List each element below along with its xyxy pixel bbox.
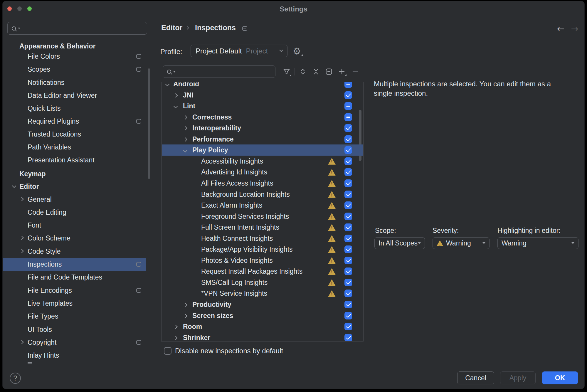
sidebar-item-required-plugins[interactable]: Required Plugins — [3, 115, 146, 128]
tree-row-exact-alarm-insights[interactable]: Exact Alarm Insights — [162, 200, 364, 211]
inspections-search-input[interactable] — [163, 65, 275, 78]
highlighting-dropdown[interactable]: Warning — [497, 237, 578, 249]
chevron-right-icon[interactable] — [20, 197, 24, 201]
expand-all-button[interactable] — [297, 66, 308, 77]
inspection-checkbox-checked[interactable] — [344, 179, 352, 187]
cancel-button[interactable]: Cancel — [457, 371, 494, 384]
tree-row-android[interactable]: Android — [162, 82, 364, 90]
sidebar-item-inlay-hints[interactable]: Inlay Hints — [3, 349, 146, 362]
tree-row-health-connect-insights[interactable]: Health Connect Insights — [162, 233, 364, 244]
chevron-right-icon[interactable] — [20, 236, 24, 240]
tree-row-jni[interactable]: JNI — [162, 90, 364, 101]
severity-dropdown[interactable]: Warning — [433, 237, 490, 249]
disable-new-inspections-checkbox[interactable] — [164, 347, 171, 355]
inspection-checkbox-checked[interactable] — [344, 213, 352, 220]
inspection-checkbox-checked[interactable] — [344, 146, 352, 154]
sidebar-item-trusted-locations[interactable]: Trusted Locations — [3, 128, 146, 141]
chevron-down-icon[interactable] — [183, 148, 187, 152]
chevron-right-icon[interactable] — [20, 249, 24, 253]
chevron-right-icon[interactable] — [183, 303, 187, 307]
sidebar-item-live-templates[interactable]: Live Templates — [3, 297, 146, 310]
tree-row--vpn-service-insights[interactable]: *VPN Service Insights — [162, 288, 364, 299]
inspection-checkbox-checked[interactable] — [344, 135, 352, 143]
inspection-checkbox-checked[interactable] — [344, 223, 352, 231]
filter-button[interactable] — [281, 66, 292, 77]
remove-scope-button[interactable] — [350, 66, 361, 77]
inspection-checkbox-checked[interactable] — [344, 157, 352, 165]
inspection-checkbox-checked[interactable] — [344, 235, 352, 242]
inspection-checkbox-checked[interactable] — [344, 257, 352, 264]
tree-row-full-screen-intent-insights[interactable]: Full Screen Intent Insights — [162, 222, 364, 233]
settings-search-input[interactable] — [7, 22, 147, 35]
tree-row-room[interactable]: Room — [162, 321, 364, 332]
sidebar-item-file-types[interactable]: File Types — [3, 310, 146, 323]
breadcrumb-inspections[interactable]: Inspections — [195, 23, 236, 32]
inspection-checkbox-checked[interactable] — [344, 245, 352, 253]
inspection-checkbox-checked[interactable] — [344, 323, 352, 330]
help-button[interactable]: ? — [10, 373, 21, 384]
add-scope-button[interactable] — [337, 66, 347, 77]
chevron-right-icon[interactable] — [183, 115, 187, 120]
sidebar-item-file-encodings[interactable]: File Encodings — [3, 284, 146, 297]
inspection-checkbox-checked[interactable] — [344, 334, 352, 341]
sidebar-item-color-scheme[interactable]: Color Scheme — [3, 232, 146, 245]
chevron-right-icon[interactable] — [183, 314, 187, 318]
forward-arrow-icon[interactable]: → — [571, 23, 578, 34]
tree-row-accessibility-insights[interactable]: Accessibility Insights — [162, 156, 364, 167]
inspection-checkbox-mixed[interactable] — [344, 113, 352, 121]
tree-row-screen-sizes[interactable]: Screen sizes — [162, 310, 364, 321]
apply-button[interactable]: Apply — [500, 371, 536, 384]
inspection-checkbox-checked[interactable] — [344, 267, 352, 275]
chevron-right-icon[interactable] — [183, 126, 187, 130]
sidebar-item-file-colors[interactable]: File Colors — [3, 50, 146, 63]
chevron-down-icon[interactable] — [165, 82, 169, 86]
tree-row-sms-call-log-insights[interactable]: SMS/Call Log Insights — [162, 277, 364, 288]
sidebar-item-quick-lists[interactable]: Quick Lists — [3, 102, 146, 115]
sidebar-item-keymap[interactable]: Keymap — [3, 167, 146, 180]
inspection-checkbox-checked[interactable] — [344, 279, 352, 286]
profile-dropdown[interactable]: Project Default Project — [191, 45, 287, 57]
sidebar-scrollbar[interactable] — [148, 68, 150, 179]
tree-row-shrinker[interactable]: Shrinker — [162, 332, 364, 341]
tree-row-play-policy[interactable]: Play Policy — [162, 144, 364, 156]
inspection-checkbox-checked[interactable] — [344, 301, 352, 308]
sidebar-item-copyright[interactable]: Copyright — [3, 336, 146, 349]
inspection-checkbox-checked[interactable] — [344, 91, 352, 99]
inspection-checkbox-checked[interactable] — [344, 168, 352, 176]
tree-row-interoperability[interactable]: Interoperability — [162, 122, 364, 134]
chevron-down-icon[interactable] — [12, 184, 16, 188]
inspection-checkbox-mixed[interactable] — [344, 102, 352, 110]
sidebar-item-general[interactable]: General — [3, 193, 146, 206]
chevron-right-icon[interactable] — [183, 137, 187, 142]
sidebar-item-scopes[interactable]: Scopes — [3, 63, 146, 76]
sidebar-item-presentation-assistant[interactable]: Presentation Assistant — [3, 154, 146, 166]
tree-row-lint[interactable]: Lint — [162, 100, 364, 112]
chevron-right-icon[interactable] — [174, 93, 178, 97]
back-arrow-icon[interactable]: ← — [557, 23, 564, 34]
sidebar-item-path-variables[interactable]: Path Variables — [3, 141, 146, 154]
inspection-checkbox-checked[interactable] — [344, 290, 352, 297]
sidebar-item-data-editor-and-viewer[interactable]: Data Editor and Viewer — [3, 89, 146, 102]
profile-actions-button[interactable]: ⚙ — [293, 47, 301, 56]
sidebar-item-file-and-code-templates[interactable]: File and Code Templates — [3, 271, 146, 284]
inspection-checkbox-checked[interactable] — [344, 124, 352, 132]
sidebar-item-code-editing[interactable]: Code Editing — [3, 206, 146, 219]
ok-button[interactable]: OK — [542, 371, 578, 384]
tree-row-advertising-id-insights[interactable]: Advertising Id Insights — [162, 166, 364, 178]
sidebar-item-inspections[interactable]: Inspections — [3, 258, 146, 271]
sidebar-item-font[interactable]: Font — [3, 219, 146, 232]
sidebar-item-notifications[interactable]: Notifications — [3, 76, 146, 89]
reset-inspection-button[interactable] — [324, 66, 334, 77]
tree-row-background-location-insights[interactable]: Background Location Insights — [162, 189, 364, 200]
breadcrumb-editor[interactable]: Editor — [161, 23, 182, 32]
tree-row-foreground-services-insights[interactable]: Foreground Services Insights — [162, 211, 364, 222]
sidebar-item-code-style[interactable]: Code Style — [3, 245, 146, 258]
inspection-checkbox-checked[interactable] — [344, 191, 352, 198]
tree-row-request-install-packages-insights[interactable]: Request Install Packages Insights — [162, 266, 364, 277]
scope-dropdown[interactable]: In All Scopes — [374, 237, 425, 249]
chevron-down-icon[interactable] — [174, 104, 178, 108]
tree-row-correctness[interactable]: Correctness — [162, 112, 364, 123]
tree-row-package-app-visibility-insights[interactable]: Package/App Visibility Insights — [162, 244, 364, 255]
collapse-all-button[interactable] — [311, 66, 321, 77]
inspection-checkbox-checked[interactable] — [344, 312, 352, 319]
